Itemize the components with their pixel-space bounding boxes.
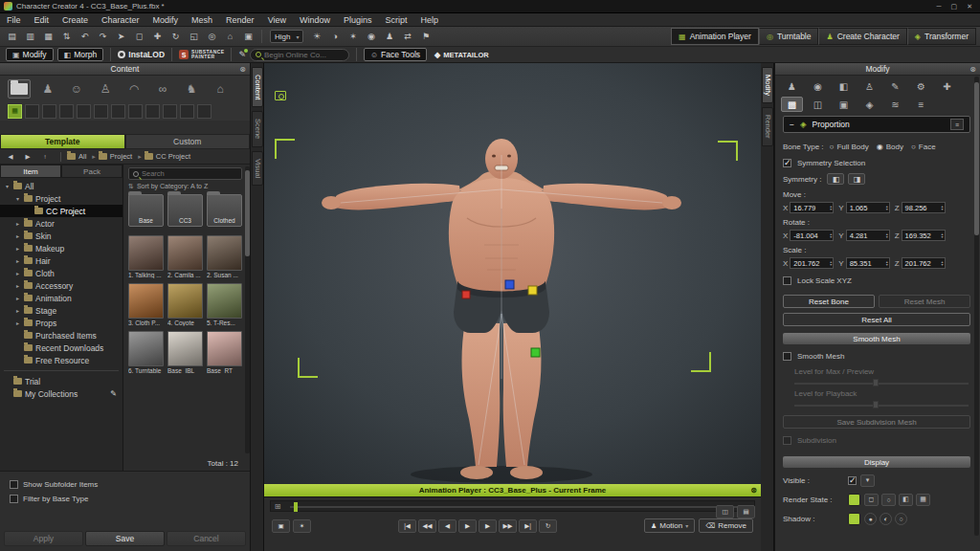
side-tab-modify[interactable]: Modify <box>762 67 773 103</box>
animation-player-bar[interactable]: Animation Player : CC3_Base_Plus - Curre… <box>264 484 761 496</box>
snapshot-icon[interactable]: ✶ <box>293 519 311 533</box>
animation-player-close-icon[interactable]: ⊗ <box>750 486 757 495</box>
edit-pencil-icon[interactable]: ✎ <box>110 389 117 398</box>
content-item[interactable]: 3. Cloth P... <box>128 282 164 326</box>
maximize-button[interactable]: ▢ <box>951 3 958 11</box>
tree-item[interactable]: Free Resource <box>0 354 122 366</box>
tree-item[interactable]: Purchased Items <box>0 329 122 342</box>
curve-editor-icon[interactable]: ▤ <box>737 505 755 518</box>
remove-button[interactable]: ⌫ Remove <box>699 518 753 533</box>
tab-custom[interactable]: Custom <box>125 134 251 149</box>
number-field[interactable]: 201.762 ▴▾ <box>902 257 946 269</box>
transformer-button[interactable]: ◈ Transformer <box>907 28 976 45</box>
effects-icon[interactable]: ✶ <box>345 29 361 44</box>
go-to-start-button[interactable]: |◀ <box>398 519 416 533</box>
tree-item[interactable]: ▸ Skin <box>0 230 122 242</box>
spinner-icon[interactable]: ▴▾ <box>830 232 832 239</box>
actor-tab-icon[interactable]: ♟ <box>781 78 803 94</box>
symmetry-left-button[interactable]: ◧ <box>827 173 844 185</box>
tree-item[interactable]: CC Project <box>0 205 122 217</box>
checkbox[interactable] <box>10 495 18 503</box>
viewport[interactable] <box>264 63 761 484</box>
expand-arrow-icon[interactable]: ▸ <box>14 295 21 301</box>
light-icon[interactable]: ☀ <box>308 29 324 44</box>
content-folder[interactable]: CC3 <box>167 194 203 227</box>
number-field[interactable]: -81.004 ▴▾ <box>790 230 834 241</box>
checkbox[interactable] <box>783 352 791 361</box>
animation-player-button[interactable]: ▦ Animation Player <box>671 28 759 45</box>
proportion-tab-icon[interactable]: ▩ <box>781 97 803 112</box>
motion-select[interactable]: ♟ Motion ▾ <box>644 518 695 533</box>
number-field[interactable]: 1.065 ▴▾ <box>846 202 890 213</box>
tree-item[interactable]: ▸ Props <box>0 317 122 329</box>
cancel-button[interactable]: Cancel <box>167 531 246 546</box>
cast-shadow-icon[interactable]: ● <box>864 513 877 525</box>
content-item[interactable]: 5. T-Res... <box>207 282 242 326</box>
tab-pack[interactable]: Pack <box>61 165 122 178</box>
content-item[interactable]: Base_RT <box>207 330 242 374</box>
apply-button[interactable]: Apply <box>4 531 83 546</box>
expand-arrow-icon[interactable]: ▸ <box>14 232 21 239</box>
render-quality-select[interactable]: High ▾ <box>270 30 303 43</box>
section-menu-icon[interactable]: ≡ <box>950 119 964 130</box>
face-tools-button[interactable]: ☺ Face Tools <box>364 48 427 61</box>
back-icon[interactable]: ◀ <box>4 150 17 163</box>
tree-item[interactable]: Trial <box>0 375 122 387</box>
expand-arrow-icon[interactable]: ▸ <box>14 282 21 289</box>
tab-item[interactable]: Item <box>0 165 61 178</box>
texture-tab-icon[interactable]: ◈ <box>858 97 880 112</box>
camera-view-icon[interactable]: ▣ <box>240 29 256 44</box>
modify-panel-toggle-button[interactable]: ▣ Modify <box>6 48 54 61</box>
spinner-icon[interactable]: ▴▾ <box>942 232 944 239</box>
expand-arrow-icon[interactable]: ▸ <box>14 270 21 276</box>
hair-category-icon[interactable]: ◠ <box>122 79 145 99</box>
expand-arrow-icon[interactable]: ▾ <box>4 183 11 189</box>
tree-item[interactable]: ▾ All <box>0 180 122 192</box>
number-field[interactable]: 201.762 ▴▾ <box>790 257 834 269</box>
import-export-icon[interactable]: ⇅ <box>58 29 75 44</box>
visible-options-dropdown[interactable]: ▾ <box>860 474 875 487</box>
template-slot[interactable] <box>59 104 74 119</box>
collapse-icon[interactable]: − <box>790 120 794 129</box>
tab-template[interactable]: Template <box>0 134 125 149</box>
tree-item[interactable]: Recent Downloads <box>0 342 122 354</box>
loop-button[interactable]: ↻ <box>539 519 557 533</box>
tree-item[interactable]: ▸ Actor <box>0 217 122 230</box>
filter-checkbox[interactable]: Filter by Base Type <box>10 492 250 506</box>
bone-type-body-radio[interactable]: ◉ Body <box>877 143 903 151</box>
content-search-input[interactable] <box>142 169 237 178</box>
avatar-icon[interactable]: ♟ <box>381 29 397 44</box>
save-project-icon[interactable]: ▦ <box>40 29 56 44</box>
online-search-input[interactable] <box>264 51 344 59</box>
tree-item[interactable]: ▸ Animation <box>0 292 122 304</box>
material-tab-icon[interactable]: ▣ <box>833 97 855 112</box>
scale-tool-icon[interactable]: ◱ <box>186 29 202 44</box>
viewport-canvas[interactable] <box>264 63 761 484</box>
expand-arrow-icon[interactable]: ▸ <box>14 320 21 326</box>
timeline-track[interactable] <box>290 506 748 508</box>
metatailor-button[interactable]: ◆ METATAILOR <box>434 51 489 59</box>
folder-category-icon[interactable] <box>8 79 31 99</box>
expand-arrow-icon[interactable]: ▸ <box>14 245 21 252</box>
annotate-pen-icon[interactable]: ✎ <box>238 50 246 59</box>
browser-scrollbar[interactable] <box>245 166 250 453</box>
menu-item[interactable]: Mesh <box>185 13 219 27</box>
undo-icon[interactable]: ↶ <box>77 29 93 44</box>
expand-arrow-icon[interactable]: ▾ <box>14 195 21 202</box>
menu-item[interactable]: Script <box>379 13 414 27</box>
template-slot[interactable] <box>128 104 143 119</box>
menu-item[interactable]: View <box>261 13 293 27</box>
expand-arrow-icon[interactable]: ▸ <box>14 220 21 227</box>
modify-panel-scrollbar[interactable] <box>974 77 979 536</box>
spinner-icon[interactable]: ▴▾ <box>886 232 888 239</box>
render-video-icon[interactable]: ▣ <box>272 519 290 533</box>
shadow-active-swatch[interactable] <box>848 513 860 525</box>
smooth-mesh-checkbox[interactable]: Smooth Mesh <box>783 349 970 363</box>
content-folder[interactable]: Base <box>128 194 164 227</box>
uv-tab-icon[interactable]: ◫ <box>807 97 829 112</box>
timeline-menu-icon[interactable]: ⊞ <box>271 502 284 511</box>
textured-state-icon[interactable]: ▦ <box>916 494 930 506</box>
save-button[interactable]: Save <box>85 531 165 546</box>
spinner-icon[interactable]: ▴▾ <box>942 260 944 267</box>
lock-scale-checkbox[interactable]: Lock Scale XYZ <box>783 274 970 287</box>
